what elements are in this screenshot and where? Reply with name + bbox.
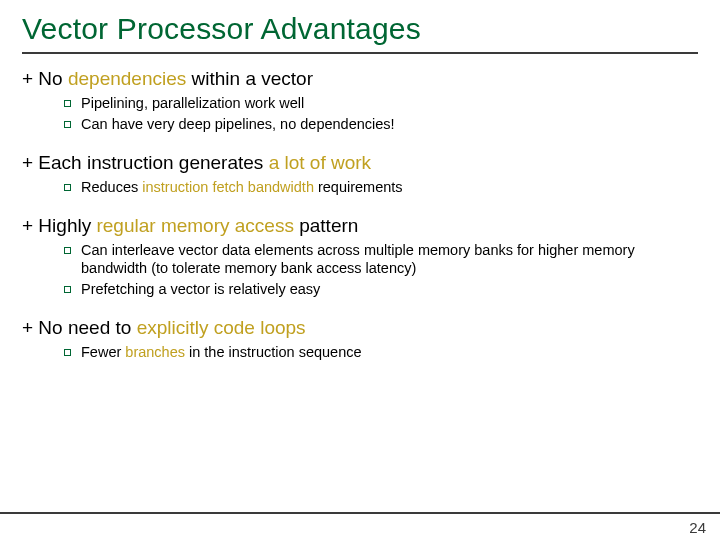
sub-text: Reduces instruction fetch bandwidth requ… <box>81 178 403 197</box>
point-text-accent: dependencies <box>68 68 186 89</box>
bullet-point: + No dependencies within a vector <box>22 68 698 90</box>
slide: Vector Processor Advantages + No depende… <box>0 0 720 540</box>
point-text-prefix: + Each instruction generates <box>22 152 269 173</box>
sub-list: Fewer branches in the instruction sequen… <box>64 343 698 362</box>
sub-text-accent: branches <box>125 344 185 360</box>
sub-text: Prefetching a vector is relatively easy <box>81 280 320 299</box>
footer-underline <box>0 512 720 514</box>
sub-list: Pipelining, parallelization work well Ca… <box>64 94 698 134</box>
sub-item: Can interleave vector data elements acro… <box>64 241 698 279</box>
bullet-point: + Each instruction generates a lot of wo… <box>22 152 698 174</box>
sub-text-prefix: Reduces <box>81 179 142 195</box>
title-underline <box>22 52 698 54</box>
sub-text-accent: instruction fetch bandwidth <box>142 179 314 195</box>
sub-text: Can interleave vector data elements acro… <box>81 241 698 279</box>
square-bullet-icon <box>64 121 71 128</box>
sub-text: Fewer branches in the instruction sequen… <box>81 343 362 362</box>
page-number: 24 <box>689 519 706 536</box>
sub-text-prefix: Fewer <box>81 344 125 360</box>
sub-item: Prefetching a vector is relatively easy <box>64 280 698 299</box>
bullet-point: + No need to explicitly code loops <box>22 317 698 339</box>
sub-list: Can interleave vector data elements acro… <box>64 241 698 300</box>
point-text-accent: explicitly code loops <box>137 317 306 338</box>
sub-text-suffix: in the instruction sequence <box>185 344 362 360</box>
bullet-point: + Highly regular memory access pattern <box>22 215 698 237</box>
point-text-prefix: + Highly <box>22 215 96 236</box>
point-text-suffix: pattern <box>294 215 358 236</box>
square-bullet-icon <box>64 349 71 356</box>
sub-list: Reduces instruction fetch bandwidth requ… <box>64 178 698 197</box>
sub-text: Can have very deep pipelines, no depende… <box>81 115 395 134</box>
sub-item: Fewer branches in the instruction sequen… <box>64 343 698 362</box>
point-text-accent: a lot of work <box>269 152 371 173</box>
sub-item: Reduces instruction fetch bandwidth requ… <box>64 178 698 197</box>
square-bullet-icon <box>64 286 71 293</box>
sub-item: Pipelining, parallelization work well <box>64 94 698 113</box>
point-text-suffix: within a vector <box>186 68 313 89</box>
sub-text: Pipelining, parallelization work well <box>81 94 304 113</box>
square-bullet-icon <box>64 184 71 191</box>
point-text-prefix: + No <box>22 68 68 89</box>
point-text-prefix: + No need to <box>22 317 137 338</box>
slide-title: Vector Processor Advantages <box>22 12 698 46</box>
square-bullet-icon <box>64 100 71 107</box>
sub-text-suffix: requirements <box>314 179 403 195</box>
point-text-accent: regular memory access <box>96 215 293 236</box>
square-bullet-icon <box>64 247 71 254</box>
sub-item: Can have very deep pipelines, no depende… <box>64 115 698 134</box>
